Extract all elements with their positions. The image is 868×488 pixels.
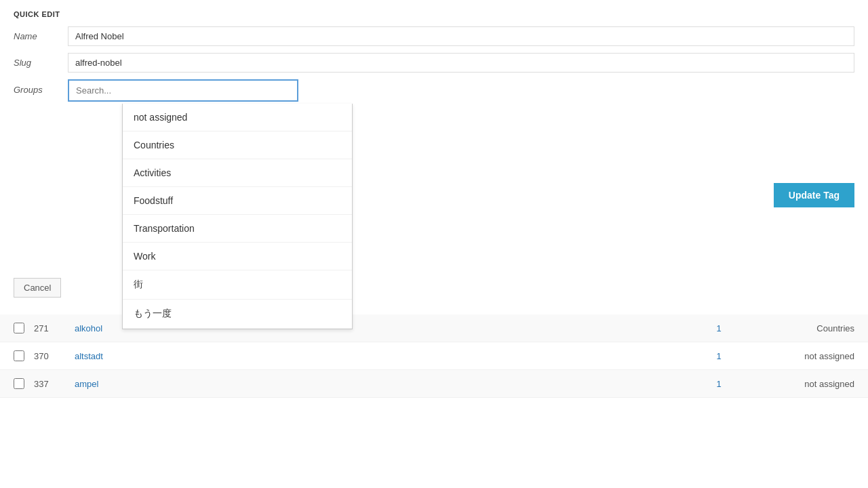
main-container: QUICK EDIT Name Slug Groups not assigned…	[0, 0, 868, 488]
table-row: 337 ampel 1 not assigned	[0, 370, 868, 398]
dropdown-item-countries[interactable]: Countries	[123, 131, 352, 159]
row-checkbox-337[interactable]	[14, 378, 24, 389]
row-checkbox-271[interactable]	[14, 323, 24, 333]
update-tag-button[interactable]: Update Tag	[774, 183, 854, 207]
row-id-337: 337	[34, 379, 75, 389]
quick-edit-panel: QUICK EDIT Name Slug Groups not assigned…	[0, 0, 868, 308]
row-group-370: not assigned	[746, 351, 854, 361]
row-id-271: 271	[34, 323, 75, 333]
dropdown-item-transportation[interactable]: Transportation	[123, 215, 352, 243]
dropdown-item-activities[interactable]: Activities	[123, 159, 352, 187]
dropdown-item-work[interactable]: Work	[123, 243, 352, 270]
row-checkbox-370[interactable]	[14, 350, 24, 361]
name-input[interactable]	[68, 26, 854, 46]
table-row: 370 altstadt 1 not assigned	[0, 342, 868, 370]
slug-input[interactable]	[68, 53, 854, 73]
dropdown-item-foodstuff[interactable]: Foodstuff	[123, 187, 352, 215]
row-count-337[interactable]: 1	[692, 379, 746, 389]
quick-edit-title: QUICK EDIT	[14, 10, 854, 18]
row-group-337: not assigned	[746, 379, 854, 389]
cancel-button[interactable]: Cancel	[14, 278, 61, 298]
dropdown-item-not-assigned[interactable]: not assigned	[123, 104, 352, 131]
row-count-271[interactable]: 1	[692, 323, 746, 333]
groups-search-input[interactable]	[68, 79, 298, 102]
row-group-271: Countries	[746, 323, 854, 333]
row-count-370[interactable]: 1	[692, 351, 746, 361]
slug-row: Slug	[14, 53, 854, 73]
groups-label: Groups	[14, 79, 68, 95]
groups-row: Groups not assigned Countries Activities…	[14, 79, 854, 102]
name-row: Name	[14, 26, 854, 46]
row-name-337[interactable]: ampel	[75, 379, 692, 389]
groups-dropdown: not assigned Countries Activities Foodst…	[122, 104, 353, 329]
row-name-370[interactable]: altstadt	[75, 351, 692, 361]
row-id-370: 370	[34, 351, 75, 361]
dropdown-item-street[interactable]: 街	[123, 270, 352, 300]
dropdown-item-more[interactable]: もう一度	[123, 300, 352, 329]
name-label: Name	[14, 31, 68, 41]
slug-label: Slug	[14, 58, 68, 68]
